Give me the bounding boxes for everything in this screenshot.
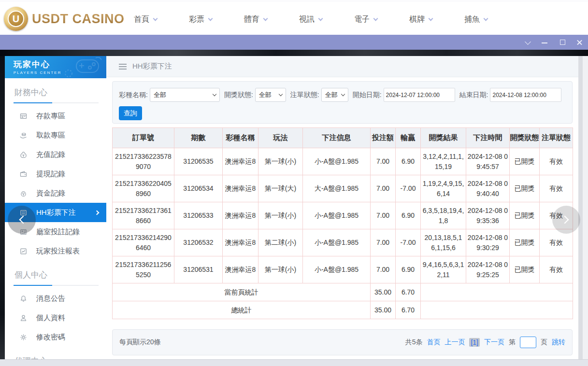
- close-button[interactable]: [576, 39, 583, 46]
- vertical-scrollbar[interactable]: [578, 56, 588, 359]
- summary-label: 當前頁統計: [113, 283, 371, 301]
- column-header: 玩法: [258, 128, 303, 148]
- brand-coin-icon: U: [4, 7, 28, 31]
- table-cell: 2152173362112565250: [113, 256, 174, 283]
- nav-item-label: 體育: [244, 14, 259, 25]
- table-cell: 9,4,16,5,6,3,12,11: [421, 256, 466, 283]
- sidebar-item-person[interactable]: 個人資料: [5, 308, 106, 327]
- deposit-icon: [19, 112, 28, 120]
- end-date-label: 結束日期:: [459, 91, 488, 99]
- sidebar-collapse-button[interactable]: [8, 206, 36, 234]
- person-icon: [19, 314, 28, 322]
- sidebar-section-title: 個人中心: [5, 267, 106, 285]
- column-header: 下注時間: [466, 128, 510, 148]
- order-status-label: 注單狀態:: [290, 91, 319, 99]
- gamepad-decoration-icon: [62, 57, 103, 78]
- nav-item-4[interactable]: 視訊: [283, 14, 338, 25]
- next-page-link[interactable]: 下一页: [484, 338, 504, 347]
- order-status-select[interactable]: 全部: [321, 88, 348, 102]
- section-underline: [14, 102, 99, 103]
- total-count-text: 共5条: [405, 338, 423, 347]
- draw-status-select[interactable]: 全部: [255, 88, 286, 102]
- table-cell: 31206534: [174, 175, 223, 202]
- nav-item-label: 電子: [354, 14, 370, 25]
- minimize-button[interactable]: [542, 39, 548, 46]
- sidebar-item-withdrawal-record[interactable]: 提現記錄: [5, 164, 106, 183]
- sidebar-item-withdraw[interactable]: 取款專區: [5, 126, 106, 145]
- page-number-input[interactable]: [520, 337, 536, 348]
- panel-expand-button[interactable]: [552, 206, 580, 234]
- end-date-input[interactable]: [490, 88, 561, 102]
- sidebar-item-recharge-record[interactable]: 充值記錄: [5, 145, 106, 164]
- sidebar-item-gear[interactable]: 修改密碼: [5, 327, 106, 347]
- sidebar-section: 代理中心: [5, 347, 106, 359]
- sidebar-item-player-bet-report[interactable]: 玩家投注報表: [5, 241, 106, 261]
- table-cell: 2024-12-08 09:45:57: [466, 148, 510, 175]
- column-header: 訂單號: [113, 128, 174, 148]
- summary-bet-total: 35.00: [371, 283, 396, 301]
- sidebar-item-bell[interactable]: 消息公告: [5, 289, 106, 308]
- sidebar-item-label: 提現記錄: [36, 169, 65, 179]
- sidebar-item-label: 取款專區: [36, 131, 65, 140]
- search-button[interactable]: 查詢: [119, 106, 142, 120]
- column-header: 下注信息: [303, 128, 371, 148]
- jump-prefix-label: 第: [509, 338, 516, 347]
- table-cell: 有效: [540, 148, 573, 175]
- section-underline: [14, 285, 99, 286]
- lottery-name-select[interactable]: 全部: [150, 88, 220, 102]
- table-cell: 2152173362173618660: [113, 202, 174, 229]
- column-header: 開獎結果: [421, 128, 466, 148]
- nav-item-7[interactable]: 捕魚: [448, 14, 503, 25]
- chevron-down-icon: [373, 16, 378, 21]
- nav-item-3[interactable]: 體育: [228, 14, 283, 25]
- jump-button[interactable]: 跳转: [552, 338, 565, 347]
- maximize-button[interactable]: [559, 39, 566, 46]
- lottery-name-label: 彩種名稱:: [119, 91, 148, 99]
- nav-item-1[interactable]: 首頁: [118, 14, 173, 25]
- menu-toggle-icon[interactable]: [119, 64, 127, 70]
- table-cell: 澳洲幸运8: [223, 229, 258, 256]
- table-cell: -7.00: [396, 175, 421, 202]
- page-title: HH彩票下注: [132, 62, 172, 71]
- page-size-text: 每頁顯示20條: [119, 338, 161, 347]
- nav-item-6[interactable]: 棋牌: [393, 14, 448, 25]
- table-cell: 2152173362142906460: [113, 229, 174, 256]
- table-cell: 6.90: [396, 202, 421, 229]
- nav-item-2[interactable]: 彩票: [173, 14, 228, 25]
- jump-suffix-label: 页: [541, 338, 547, 347]
- window-controls: [524, 35, 583, 50]
- table-cell: 大-A盤@1.985: [303, 175, 371, 202]
- first-page-link[interactable]: 首页: [427, 338, 440, 347]
- sidebar-item-label: 廳室投註記錄: [36, 227, 80, 237]
- prev-page-link[interactable]: 上一页: [445, 338, 465, 347]
- table-row: 215217336214290646031206532澳洲幸运8第二球(小)小-…: [113, 229, 573, 256]
- window-top-edge: [0, 50, 588, 56]
- player-bet-report-icon: [19, 247, 28, 255]
- start-date-label: 開始日期:: [353, 91, 382, 99]
- gear-icon: [19, 333, 28, 341]
- table-cell: 31206532: [174, 229, 223, 256]
- window-collapse-button[interactable]: [524, 39, 531, 46]
- summary-empty-cell: [421, 283, 573, 301]
- sidebar-item-label: 玩家投注報表: [36, 247, 80, 256]
- start-date-input[interactable]: [384, 88, 455, 102]
- nav-item-5[interactable]: 電子: [338, 14, 393, 25]
- window-bottom-edge: [0, 359, 588, 366]
- sidebar-item-deposit[interactable]: 存款專區: [5, 106, 106, 126]
- brand[interactable]: U USDT CASINO: [4, 7, 125, 31]
- nav-item-label: 視訊: [299, 14, 315, 25]
- table-cell: 小-A盤@1.985: [303, 148, 371, 175]
- chevron-left-icon: [19, 216, 28, 224]
- funds-record-icon: [19, 189, 28, 197]
- content-header: HH彩票下注: [106, 56, 578, 77]
- sidebar-header: 玩家中心 PLAYERS CENTER: [5, 56, 106, 78]
- bell-icon: [19, 295, 28, 303]
- table-cell: 6.90: [396, 256, 421, 283]
- summary-win-total: 6.70: [396, 283, 421, 301]
- sidebar-item-funds-record[interactable]: 資金記錄: [5, 183, 106, 203]
- chevron-right-icon: [95, 210, 100, 215]
- nav-item-label: 捕魚: [464, 14, 480, 25]
- column-header: 彩種名稱: [223, 128, 258, 148]
- table-cell: 澳洲幸运8: [223, 175, 258, 202]
- table-cell: 有效: [540, 256, 573, 283]
